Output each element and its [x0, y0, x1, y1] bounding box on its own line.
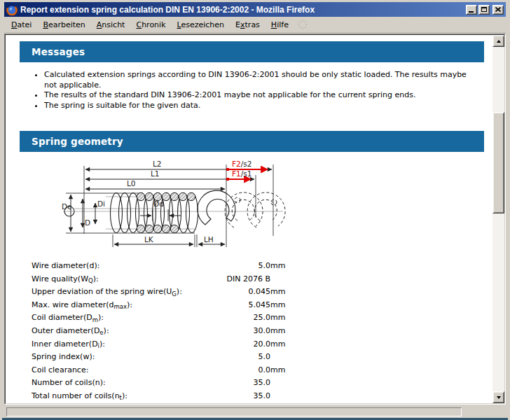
row-value: 35.0: [212, 377, 270, 390]
table-row: Total number of coils(nt):35.0: [32, 390, 291, 403]
row-unit: [270, 390, 291, 403]
scroll-down-button[interactable]: [492, 391, 504, 403]
spring-geometry-table-body: Wire diameter(d):5.0mmWire quality(WQ):D…: [32, 260, 291, 403]
row-unit: mm: [270, 364, 291, 377]
browser-window: Report extension spring calculation DIN …: [0, 0, 510, 420]
spring-geometry-header: Spring geometry: [20, 131, 484, 152]
row-label: Outer diameter(De):: [32, 325, 212, 338]
maximize-button[interactable]: [478, 5, 490, 15]
firefox-icon: [6, 4, 18, 15]
scroll-up-button[interactable]: [492, 35, 504, 47]
minimize-button[interactable]: [466, 5, 477, 15]
menu-item-bearbeiten[interactable]: Bearbeiten: [37, 18, 90, 31]
label-De: De: [62, 202, 72, 211]
row-label: Upper deviation of the spring wire(UG):: [32, 286, 212, 299]
row-unit: [270, 377, 291, 390]
row-label: Total number of coils(nt):: [32, 390, 212, 403]
table-row: Wire diameter(d):5.0mm: [32, 260, 291, 273]
table-row: Inner diameter(Di):20.0mm: [32, 338, 291, 351]
row-label: Inner diameter(Di):: [32, 338, 212, 351]
row-label: Coil diameter(Dm):: [32, 312, 212, 325]
row-unit: [270, 351, 291, 364]
minimize-icon: [469, 11, 474, 13]
row-value: 25.0: [212, 312, 270, 325]
table-row: Coil diameter(Dm):25.0mm: [32, 312, 291, 325]
arrow-down-icon: [497, 396, 501, 399]
menu-item-ansicht[interactable]: Ansicht: [91, 18, 131, 31]
table-row: Coil clearance:0.0mm: [32, 364, 291, 377]
row-unit: mm: [270, 312, 291, 325]
label-L2: L2: [153, 160, 162, 168]
messages-list: Calculated extension springs according t…: [6, 70, 492, 111]
row-value: 35.0: [212, 390, 270, 403]
row-value: 5.0: [212, 351, 270, 364]
row-unit: mm: [270, 286, 291, 299]
row-value: 5.045: [212, 299, 270, 312]
row-unit: mm: [270, 338, 291, 351]
menu-item-chronik[interactable]: Chronik: [130, 18, 171, 31]
menu-item-datei[interactable]: Datei: [6, 18, 37, 31]
label-D: D: [85, 218, 90, 227]
row-label: Number of coils(n):: [32, 377, 212, 390]
row-unit: mm: [270, 260, 291, 273]
label-Di: Di: [97, 200, 105, 208]
label-L0: L0: [127, 179, 136, 188]
spring-geometry-title: Spring geometry: [32, 136, 123, 147]
content-frame: Messages Calculated extension springs ac…: [4, 34, 506, 405]
arrow-up-icon: [497, 40, 501, 43]
status-panel: [6, 407, 462, 416]
throbber-icon: [297, 19, 308, 30]
spring-hook: [198, 190, 235, 225]
message-item: The spring is suitable for the given dat…: [44, 101, 471, 111]
spring-geometry-table: Wire diameter(d):5.0mmWire quality(WQ):D…: [32, 260, 291, 403]
menu-bar: DateiBearbeitenAnsichtChronikLesezeichen…: [4, 17, 506, 33]
maximize-icon: [481, 7, 487, 12]
row-value: 30.0: [212, 325, 270, 338]
spring-diagram: L2 F2/s2 L1 F1/s1 L0 De Di D Ød LK LH: [62, 156, 286, 258]
report-page: Messages Calculated extension springs ac…: [6, 35, 492, 403]
table-row: Upper deviation of the spring wire(UG):0…: [32, 286, 291, 299]
table-row: Max. wire diameter(dmax):5.045mm: [32, 299, 291, 312]
row-unit: mm: [270, 325, 291, 338]
row-unit: mm: [270, 299, 291, 312]
row-label: Max. wire diameter(dmax):: [32, 299, 212, 312]
row-label: Spring index(w):: [32, 351, 212, 364]
table-row: Wire quality(WQ):DIN 2076 B: [32, 273, 291, 286]
row-label: Coil clearance:: [32, 364, 212, 377]
row-value: 20.0: [212, 338, 270, 351]
label-F2-s2: F2/s2: [232, 160, 251, 168]
label-LK: LK: [144, 235, 154, 244]
close-icon: [495, 7, 501, 12]
table-row: Number of coils(n):35.0: [32, 377, 291, 390]
table-row: Spring index(w):5.0: [32, 351, 291, 364]
status-bar: [4, 405, 506, 418]
row-unit: [270, 273, 291, 286]
wire-sections-hatched: [137, 192, 195, 232]
table-row: Outer diameter(De):30.0mm: [32, 325, 291, 338]
message-item: The results of the standard DIN 13906-2:…: [44, 90, 471, 101]
row-label: Wire diameter(d):: [32, 260, 212, 273]
messages-header: Messages: [20, 41, 484, 62]
vertical-scrollbar[interactable]: [492, 35, 504, 403]
row-value: DIN 2076 B: [212, 273, 270, 286]
messages-title: Messages: [32, 46, 85, 57]
row-value: 0.0: [212, 364, 270, 377]
menu-item-hilfe[interactable]: Hilfe: [266, 18, 294, 31]
row-label: Wire quality(WQ):: [32, 273, 212, 286]
menu-item-lesezeichen[interactable]: Lesezeichen: [172, 18, 230, 31]
row-value: 5.0: [212, 260, 270, 273]
scrollbar-thumb[interactable]: [492, 112, 504, 214]
label-wire-diameter: Ød: [153, 200, 164, 208]
label-L1: L1: [151, 169, 160, 178]
label-F1-s1: F1/s1: [232, 169, 251, 178]
message-item: Calculated extension springs according t…: [44, 70, 471, 90]
close-button[interactable]: [492, 5, 504, 15]
label-LH: LH: [204, 235, 214, 244]
row-value: 0.045: [212, 286, 270, 299]
window-title: Report extension spring calculation DIN …: [20, 5, 463, 15]
menu-item-extras[interactable]: Extras: [230, 18, 266, 31]
title-bar: Report extension spring calculation DIN …: [4, 2, 506, 17]
hook-ghost-arcs: [225, 192, 285, 227]
